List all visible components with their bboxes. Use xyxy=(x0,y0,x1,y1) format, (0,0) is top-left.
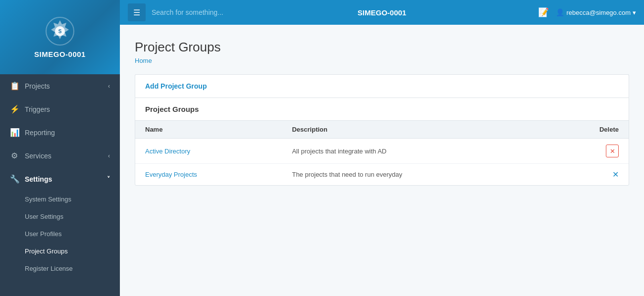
reporting-icon: 📊 xyxy=(10,128,19,137)
user-email: rebecca@simego.com xyxy=(566,9,631,16)
sidebar-subitem-system-settings[interactable]: System Settings xyxy=(0,191,120,208)
project-group-link[interactable]: Active Directory xyxy=(145,148,190,155)
col-header-name: Name xyxy=(135,121,282,139)
triggers-icon: ⚡ xyxy=(10,104,19,114)
user-profiles-label: User Profiles xyxy=(25,230,61,238)
cell-description: All projects that integrate with AD xyxy=(282,139,548,164)
sidebar-item-settings-label: Settings xyxy=(25,175,52,183)
delete-button[interactable]: ✕ xyxy=(612,170,619,179)
sidebar-item-triggers[interactable]: ⚡ Triggers xyxy=(0,98,120,121)
page-title: Project Groups xyxy=(135,40,629,55)
table-header-row: Name Description Delete xyxy=(135,121,629,139)
table-row: Active DirectoryAll projects that integr… xyxy=(135,139,629,164)
search-input[interactable] xyxy=(152,8,538,16)
services-icon: ⚙ xyxy=(10,151,19,160)
sidebar-subitem-project-groups[interactable]: Project Groups xyxy=(0,243,120,260)
table-row: Everyday ProjectsThe projects that need … xyxy=(135,164,629,186)
cell-delete: ✕ xyxy=(548,164,629,186)
col-header-delete: Delete xyxy=(548,121,629,139)
user-dropdown-arrow: ▾ xyxy=(633,9,636,16)
sidebar-item-triggers-label: Triggers xyxy=(25,105,50,113)
cell-name: Everyday Projects xyxy=(135,164,282,186)
col-header-description: Description xyxy=(282,121,548,139)
project-groups-table: Name Description Delete Active Directory… xyxy=(135,121,629,185)
cell-delete: ✕ xyxy=(548,139,629,164)
svg-text:S: S xyxy=(58,29,62,34)
sidebar-item-settings[interactable]: 🔧 Settings ˅ xyxy=(0,167,120,191)
add-project-group-button[interactable]: Add Project Group xyxy=(145,82,207,90)
delete-button[interactable]: ✕ xyxy=(606,145,619,157)
services-arrow-icon: ‹ xyxy=(108,152,110,159)
settings-icon: 🔧 xyxy=(10,174,19,184)
sidebar-item-reporting-label: Reporting xyxy=(25,129,55,137)
table-section-title: Project Groups xyxy=(135,98,629,121)
sidebar-item-services-label: Services xyxy=(25,152,52,160)
project-groups-label: Project Groups xyxy=(25,247,68,255)
user-settings-label: User Settings xyxy=(25,213,63,220)
register-license-label: Register License xyxy=(25,265,73,272)
sidebar-subitem-register-license[interactable]: Register License xyxy=(0,260,120,277)
topbar-title: SIMEGO-0001 xyxy=(358,8,406,17)
user-icon: 👤 xyxy=(556,8,564,16)
cell-name: Active Directory xyxy=(135,139,282,164)
projects-arrow-icon: ‹ xyxy=(108,83,110,90)
system-settings-label: System Settings xyxy=(25,196,71,203)
sidebar-logo: S SIMEGO-0001 xyxy=(0,0,120,74)
topbar: ☰ SIMEGO-0001 📝 👤 rebecca@simego.com ▾ xyxy=(120,0,644,25)
settings-arrow-icon: ˅ xyxy=(107,176,110,183)
sidebar-item-reporting[interactable]: 📊 Reporting xyxy=(0,121,120,144)
project-groups-table-container: Project Groups Name Description Delete A… xyxy=(135,98,629,186)
menu-toggle-button[interactable]: ☰ xyxy=(128,3,146,21)
sidebar-logo-title: SIMEGO-0001 xyxy=(34,50,86,58)
action-bar: Add Project Group xyxy=(135,74,629,98)
sidebar: S SIMEGO-0001 📋 Projects ‹ ⚡ Triggers 📊 … xyxy=(0,0,120,296)
sidebar-subitem-user-profiles[interactable]: User Profiles xyxy=(0,225,120,243)
sidebar-item-projects[interactable]: 📋 Projects ‹ xyxy=(0,74,120,98)
notes-icon[interactable]: 📝 xyxy=(538,7,549,18)
project-group-link[interactable]: Everyday Projects xyxy=(145,171,197,178)
user-menu[interactable]: 👤 rebecca@simego.com ▾ xyxy=(556,8,636,16)
sidebar-item-projects-label: Projects xyxy=(25,82,50,90)
menu-icon: ☰ xyxy=(133,8,140,17)
content-area: Project Groups Home Add Project Group Pr… xyxy=(120,25,644,296)
cell-description: The projects that need to run everyday xyxy=(282,164,548,186)
topbar-right: 📝 👤 rebecca@simego.com ▾ xyxy=(538,7,636,18)
sidebar-item-services[interactable]: ⚙ Services ‹ xyxy=(0,144,120,167)
breadcrumb[interactable]: Home xyxy=(135,57,629,64)
simego-logo-icon: S xyxy=(45,16,75,46)
main-area: ☰ SIMEGO-0001 📝 👤 rebecca@simego.com ▾ P… xyxy=(120,0,644,296)
projects-icon: 📋 xyxy=(10,81,19,91)
sidebar-subitem-user-settings[interactable]: User Settings xyxy=(0,208,120,225)
